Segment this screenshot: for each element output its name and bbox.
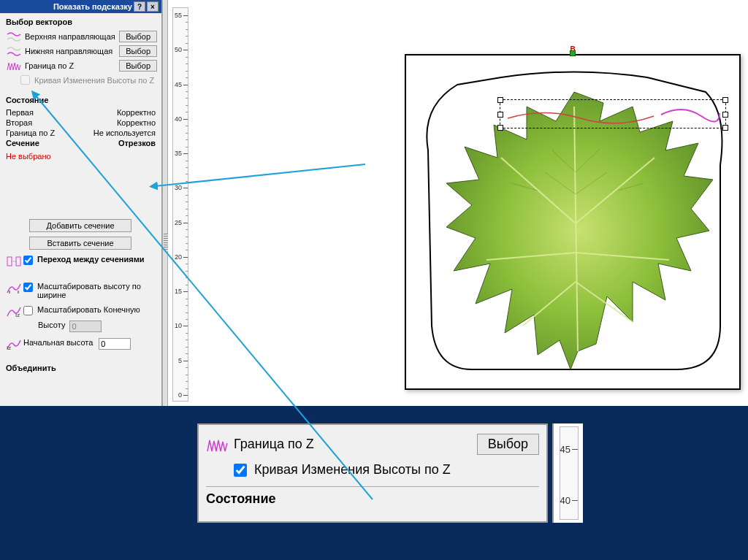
upper-guide-icon [4, 31, 23, 42]
selection-handle[interactable] [722, 125, 728, 131]
selection-handle[interactable] [497, 97, 503, 103]
close-button[interactable]: × [147, 1, 159, 12]
start-height-icon: Iz [4, 338, 23, 350]
status-title: Состояние [6, 96, 156, 107]
canvas-area[interactable]: B [199, 0, 748, 406]
vertical-ruler: 5550454035302520151050 [172, 7, 188, 402]
vector-row-lower: Нижняя направляющая Выбор [0, 44, 161, 58]
status-row: ПерваяКорректно [6, 107, 156, 118]
zoom-ruler: 4540 [552, 423, 583, 523]
document-frame[interactable]: B [405, 54, 741, 390]
final-height-input [69, 321, 102, 332]
add-section-button[interactable]: Добавить сечение [29, 219, 131, 232]
start-height-option: Iz Начальная высота [0, 335, 161, 353]
transition-icon [4, 255, 23, 267]
z-curve-checkbox[interactable] [20, 75, 30, 85]
scale-final-option: Iz Масштабировать Конечную [0, 302, 161, 321]
vector-row-z-boundary: Граница по Z Выбор [0, 58, 161, 73]
z-curve-label: Кривая Изменения Высоты по Z [34, 76, 154, 85]
select-button[interactable]: Выбор [119, 60, 157, 72]
zoom-select-button[interactable]: Выбор [477, 434, 539, 455]
lower-guide-icon [4, 46, 23, 56]
svg-text:Iz: Iz [15, 312, 20, 318]
zoom-z-boundary-row: Граница по Z Выбор [206, 431, 539, 458]
selection-box[interactable] [500, 99, 726, 129]
transition-option: Переход между сечениями [0, 252, 161, 270]
selection-handle[interactable] [722, 112, 728, 118]
selection-handle[interactable] [722, 97, 728, 103]
zoom-status-title: Состояние [206, 490, 539, 507]
z-boundary-icon [4, 61, 23, 71]
vector-label: Граница по Z [23, 61, 119, 70]
status-row: ВтораяКорректно [6, 118, 156, 128]
insert-section-button[interactable]: Вставить сечение [29, 237, 131, 250]
help-button[interactable]: ? [134, 1, 145, 12]
z-curve-checkbox-row: Кривая Изменения Высоты по Z [0, 73, 161, 87]
zoom-row-label: Граница по Z [234, 437, 477, 452]
svg-text:Iz: Iz [7, 345, 11, 350]
hint-bar: Показать подсказку ? × [0, 0, 161, 13]
vector-label: Верхняя направляющая [23, 32, 119, 41]
vectors-title: Выбор векторов [0, 13, 161, 29]
select-button[interactable]: Выбор [119, 31, 157, 42]
vector-label: Нижняя направляющая [23, 47, 119, 55]
status-row: Граница по ZНе используется [6, 128, 156, 138]
zoom-curve-checkbox[interactable] [234, 464, 247, 477]
panel-splitter[interactable] [162, 0, 168, 406]
selection-handle[interactable] [497, 125, 503, 131]
no-selection-label: Не выбрано [0, 151, 161, 161]
scale-width-option: Масштабировать высоту по ширине [0, 279, 161, 302]
vertical-ruler-area: 5550454035302520151050 [168, 0, 199, 406]
z-boundary-icon [206, 437, 234, 453]
zoom-panel: Граница по Z Выбор Кривая Изменения Высо… [197, 423, 548, 523]
scale-width-icon [4, 282, 23, 294]
transition-checkbox[interactable] [23, 256, 33, 265]
status-block: Состояние ПерваяКорректно ВтораяКорректн… [0, 93, 161, 151]
scale-final-checkbox[interactable] [23, 306, 33, 315]
combine-title: Объединить [0, 359, 161, 375]
marker-handle[interactable] [570, 50, 576, 56]
hint-label: Показать подсказку [53, 2, 132, 11]
zoom-curve-label: Кривая Изменения Высоты по Z [254, 462, 451, 477]
svg-rect-1 [16, 257, 20, 266]
svg-rect-0 [7, 257, 12, 266]
selection-handle[interactable] [497, 112, 503, 118]
scale-final-icon: Iz [4, 305, 23, 318]
status-section: СечениеОтрезков [6, 138, 156, 148]
start-height-input[interactable] [99, 338, 131, 350]
zoom-curve-checkbox-row: Кривая Изменения Высоты по Z [206, 458, 539, 482]
zoom-separator [206, 486, 539, 487]
final-height-row: Высоту [0, 321, 161, 335]
vector-row-upper: Верхняя направляющая Выбор [0, 29, 161, 44]
side-panel: Показать подсказку ? × Выбор векторов Ве… [0, 0, 162, 406]
scale-width-checkbox[interactable] [23, 283, 33, 292]
select-button[interactable]: Выбор [119, 45, 157, 57]
